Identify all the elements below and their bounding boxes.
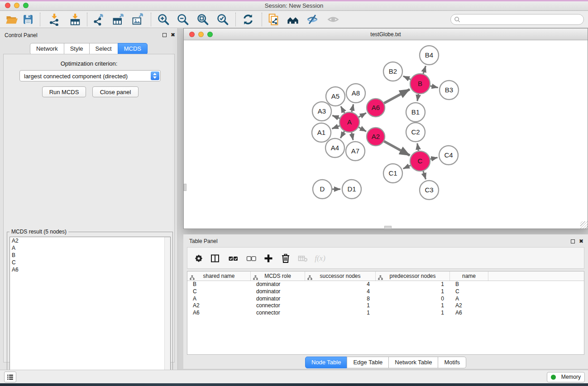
new-network-from-selection-icon[interactable] (266, 12, 281, 27)
node-A7[interactable]: A7 (346, 142, 365, 161)
edge-A-A4[interactable] (340, 131, 344, 138)
node-A4[interactable]: A4 (325, 138, 344, 157)
zoom-out-icon[interactable] (175, 12, 191, 27)
node-B3[interactable]: B3 (440, 81, 459, 100)
import-network-icon[interactable] (47, 12, 62, 27)
apply-layout-icon[interactable] (240, 12, 256, 27)
import-table-icon[interactable] (67, 12, 83, 27)
float-table-panel-icon[interactable] (571, 239, 575, 243)
node-A3[interactable]: A3 (312, 102, 331, 121)
resize-grip-icon[interactable] (580, 221, 588, 229)
tab-edge-table[interactable]: Edge Table (347, 357, 389, 368)
result-item[interactable]: A (10, 244, 170, 252)
edge-C-C3[interactable] (423, 171, 426, 179)
edge-A-A8[interactable] (352, 104, 354, 112)
column-settings-icon[interactable] (192, 252, 206, 265)
node-B[interactable]: B (410, 74, 430, 94)
edge-B-B1[interactable] (417, 94, 418, 101)
node-C1[interactable]: C1 (383, 164, 402, 183)
export-table-icon[interactable] (110, 12, 126, 27)
save-session-icon[interactable] (20, 12, 36, 27)
node-B1[interactable]: B1 (406, 103, 425, 122)
column-header-predecessor-nodes[interactable]: predecessor nodes (376, 272, 450, 281)
edge-C-C1[interactable] (403, 165, 411, 168)
edge-C-C2[interactable] (417, 143, 419, 151)
zoom-selected-icon[interactable] (215, 12, 230, 27)
table-row[interactable]: Cdominator41C (187, 288, 584, 295)
node-A[interactable]: A (339, 112, 359, 132)
add-column-icon[interactable] (262, 252, 275, 265)
column-header-name[interactable]: name (450, 272, 488, 281)
tab-network[interactable]: Network (30, 43, 64, 55)
select-all-icon[interactable] (226, 252, 240, 265)
zoom-fit-icon[interactable] (195, 12, 210, 27)
result-item[interactable]: A2 (10, 237, 170, 244)
node-C4[interactable]: C4 (439, 146, 458, 165)
column-header-successor-nodes[interactable]: successor nodes (305, 272, 376, 281)
edge-B-B4[interactable] (423, 66, 425, 74)
edge-A-A2[interactable] (359, 127, 366, 131)
node-A1[interactable]: A1 (312, 123, 331, 142)
float-panel-icon[interactable] (163, 33, 167, 37)
table-row[interactable]: A6connector11A6 (187, 310, 584, 317)
result-item[interactable]: A6 (10, 266, 170, 273)
deselect-all-icon[interactable] (244, 252, 258, 265)
hide-selected-icon[interactable] (305, 12, 320, 27)
open-session-icon[interactable] (4, 12, 19, 27)
close-panel-icon[interactable]: ✖ (171, 32, 175, 38)
node-A5[interactable]: A5 (326, 87, 345, 106)
left-splitter-grip[interactable] (184, 184, 186, 191)
edge-C-C4[interactable] (430, 157, 438, 159)
column-header-MCDS-role[interactable]: MCDS role (251, 272, 305, 281)
network-window-titlebar[interactable]: testGlobe.txt (184, 29, 588, 40)
node-A6[interactable]: A6 (367, 99, 385, 117)
close-table-panel-icon[interactable]: ✖ (579, 238, 583, 244)
node-A8[interactable]: A8 (346, 84, 365, 103)
tab-node-table[interactable]: Node Table (305, 357, 348, 368)
table-row[interactable]: Bdominator41B (187, 281, 584, 288)
delete-column-icon[interactable] (279, 252, 292, 265)
node-A2[interactable]: A2 (367, 128, 385, 146)
node-C[interactable]: C (410, 151, 430, 171)
table-row[interactable]: Adominator80A (187, 295, 584, 303)
edge-A-A5[interactable] (341, 106, 344, 113)
edge-A-A6[interactable] (359, 113, 366, 117)
node-C2[interactable]: C2 (406, 123, 425, 142)
first-neighbors-icon[interactable] (285, 12, 301, 27)
edge-A2-C[interactable] (384, 141, 410, 155)
zoom-in-icon[interactable] (156, 12, 171, 27)
table-cell: 1 (376, 281, 450, 288)
tab-mcds[interactable]: MCDS (118, 43, 148, 55)
edge-A-A3[interactable] (332, 115, 339, 118)
table-row[interactable]: A2connector11A2 (187, 302, 584, 310)
search-input[interactable] (463, 15, 580, 24)
result-item[interactable]: C (10, 259, 170, 266)
memory-button[interactable]: Memory (547, 372, 585, 382)
task-history-button[interactable] (4, 372, 16, 382)
edge-A-A1[interactable] (332, 126, 339, 129)
bottom-splitter-grip[interactable] (384, 226, 392, 229)
column-header-shared-name[interactable]: shared name (187, 272, 251, 281)
node-C3[interactable]: C3 (420, 181, 439, 200)
node-D1[interactable]: D1 (342, 180, 361, 199)
edge-A-A7[interactable] (352, 133, 353, 140)
run-mcds-button[interactable]: Run MCDS (42, 86, 86, 97)
node-D[interactable]: D (313, 180, 332, 199)
tab-style[interactable]: Style (64, 43, 90, 55)
node-B4[interactable]: B4 (420, 46, 439, 65)
show-column-panel-icon[interactable] (208, 252, 222, 265)
tab-network-table[interactable]: Network Table (388, 357, 438, 368)
edge-B-B3[interactable] (430, 86, 438, 88)
criterion-select[interactable]: largest connected component (directed) (19, 70, 161, 81)
export-network-icon[interactable] (91, 12, 106, 27)
edge-B-B2[interactable] (403, 76, 411, 79)
node-B2[interactable]: B2 (383, 62, 402, 81)
result-item[interactable]: B (10, 252, 170, 259)
export-image-icon[interactable] (130, 12, 145, 27)
tab-motifs[interactable]: Motifs (438, 357, 466, 368)
table-cell: 0 (376, 295, 450, 303)
edge-A6-B[interactable] (384, 89, 410, 103)
close-panel-button[interactable]: Close panel (92, 86, 139, 97)
network-canvas[interactable]: AA1A2A3A4A5A6A7A8BB1B2B3B4CC1C2C3C4DD1 (184, 40, 588, 229)
tab-select[interactable]: Select (89, 43, 118, 55)
